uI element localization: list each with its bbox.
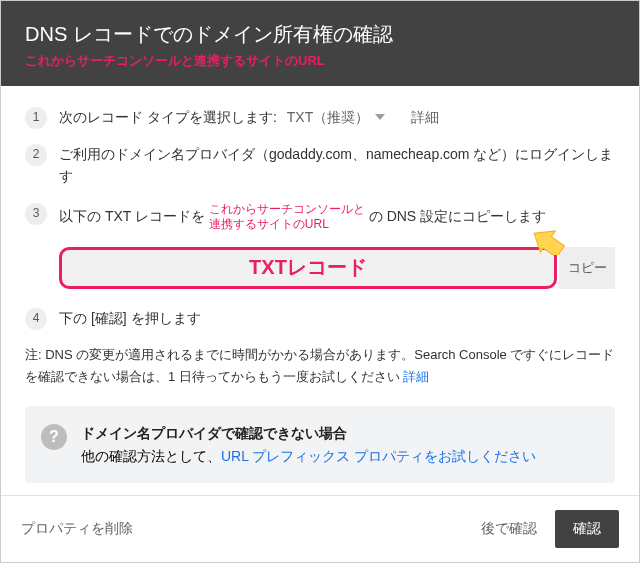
dialog-header: DNS レコードでのドメイン所有権の確認 これからサーチコンソールと連携するサイ… xyxy=(1,1,639,86)
detail-link-1[interactable]: 詳細 xyxy=(411,106,439,128)
step-4: 4 下の [確認] を押します xyxy=(25,307,615,330)
record-type-select[interactable]: TXT（推奨） xyxy=(287,106,385,128)
header-annotation: これからサーチコンソールと連携するサイトのURL xyxy=(25,52,615,70)
step-3-before: 以下の TXT レコードを xyxy=(59,208,205,224)
txt-record-field[interactable]: TXTレコード xyxy=(59,247,557,289)
step-number: 2 xyxy=(25,144,47,166)
dialog-title: DNS レコードでのドメイン所有権の確認 xyxy=(25,21,615,48)
dialog-content: 1 次のレコード タイプを選択します: TXT（推奨） 詳細 2 ご利用のドメイ… xyxy=(1,86,639,495)
dns-note: 注: DNS の変更が適用されるまでに時間がかかる場合があります。Search … xyxy=(25,344,615,388)
step-2-text: ご利用のドメイン名プロバイダ（godaddy.com、namecheap.com… xyxy=(59,143,615,188)
note-detail-link[interactable]: 詳細 xyxy=(403,369,429,384)
step-1-label: 次のレコード タイプを選択します: xyxy=(59,106,277,128)
step-1: 1 次のレコード タイプを選択します: TXT（推奨） 詳細 xyxy=(25,106,615,129)
question-icon: ? xyxy=(41,424,67,450)
chevron-down-icon xyxy=(375,114,385,120)
step-number: 1 xyxy=(25,107,47,129)
copy-button[interactable]: コピー xyxy=(559,247,615,289)
step-3-after: の DNS 設定にコピーします xyxy=(369,208,546,224)
step-number: 3 xyxy=(25,203,47,225)
step-4-text: 下の [確認] を押します xyxy=(59,307,615,329)
alternative-box: ? ドメイン名プロバイダで確認できない場合 他の確認方法として、URL プレフィ… xyxy=(25,406,615,483)
step-number: 4 xyxy=(25,308,47,330)
dialog-footer: プロパティを削除 後で確認 確認 xyxy=(1,495,639,562)
txt-record-placeholder: TXTレコード xyxy=(249,254,367,281)
url-prefix-link[interactable]: URL プレフィックス プロパティをお試しください xyxy=(221,448,536,464)
txt-record-block: TXTレコード コピー xyxy=(59,247,615,289)
step-3-annotation: これからサーチコンソールと 連携するサイトのURL xyxy=(209,202,365,233)
arrow-annotation-icon xyxy=(531,225,567,255)
step-3: 3 以下の TXT レコードを これからサーチコンソールと 連携するサイトのUR… xyxy=(25,202,615,233)
delete-property-button[interactable]: プロパティを削除 xyxy=(21,520,133,538)
svg-marker-0 xyxy=(531,225,567,255)
step-2: 2 ご利用のドメイン名プロバイダ（godaddy.com、namecheap.c… xyxy=(25,143,615,188)
alt-title: ドメイン名プロバイダで確認できない場合 xyxy=(81,422,536,444)
record-type-value: TXT（推奨） xyxy=(287,106,369,128)
dns-verification-dialog: DNS レコードでのドメイン所有権の確認 これからサーチコンソールと連携するサイ… xyxy=(0,0,640,563)
verify-button[interactable]: 確認 xyxy=(555,510,619,548)
note-text: 注: DNS の変更が適用されるまでに時間がかかる場合があります。Search … xyxy=(25,347,614,384)
verify-later-button[interactable]: 後で確認 xyxy=(481,520,537,538)
alt-prefix: 他の確認方法として、 xyxy=(81,448,221,464)
